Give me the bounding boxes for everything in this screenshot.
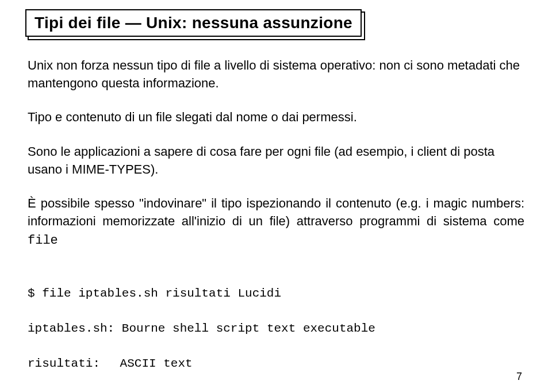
terminal-command: $ file iptables.sh risultati Lucidi (28, 285, 524, 302)
paragraph-1: Unix non forza nessun tipo di file a liv… (28, 56, 524, 92)
page-number: 7 (516, 371, 522, 383)
terminal-line: risultati: ASCII text (28, 355, 524, 372)
terminal-line: iptables.sh: Bourne shell script text ex… (28, 320, 524, 337)
output-name: iptables.sh: (28, 320, 114, 337)
terminal-output: $ file iptables.sh risultati Lucidi ipta… (28, 268, 524, 392)
title-frame-shadow: Tipi dei file — Unix: nessuna assunzione (28, 11, 365, 40)
output-name: risultati: (28, 355, 113, 372)
title-frame: Tipi dei file — Unix: nessuna assunzione (25, 9, 362, 37)
page-title: Tipi dei file — Unix: nessuna assunzione (34, 14, 352, 32)
paragraph-4-text: È possibile spesso "indovinare" il tipo … (28, 196, 524, 228)
document-page: Tipi dei file — Unix: nessuna assunzione… (0, 0, 552, 392)
paragraph-4: È possibile spesso "indovinare" il tipo … (28, 194, 524, 249)
paragraph-3: Sono le applicazioni a sapere di cosa fa… (28, 143, 524, 178)
output-desc: Bourne shell script text executable (122, 322, 375, 335)
output-desc: ASCII text (120, 357, 193, 370)
paragraph-2: Tipo e contenuto di un file slegati dal … (28, 108, 524, 126)
paragraph-4-code: file (28, 233, 58, 248)
